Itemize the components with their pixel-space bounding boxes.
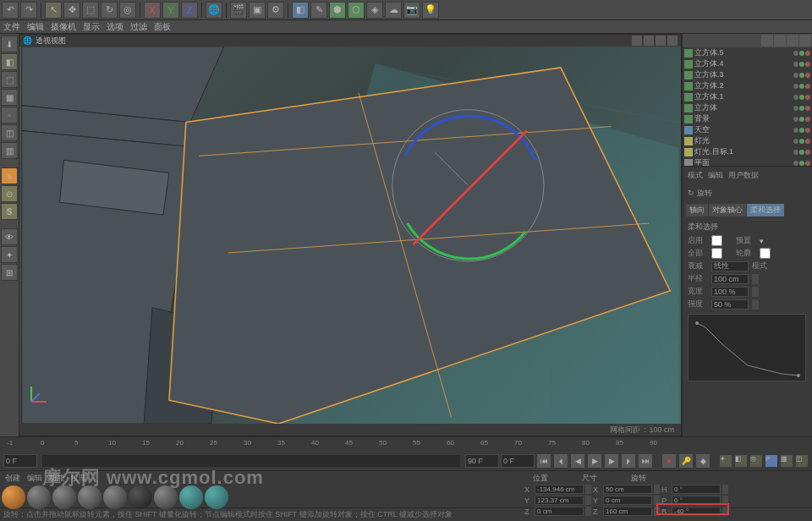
goto-start-button[interactable]: ⏮ [536,453,551,469]
rot-b-input[interactable] [672,507,721,516]
mat-tab-edit[interactable]: 编辑 [27,473,42,484]
move-tool[interactable]: ✥ [63,2,80,19]
workplane-button[interactable]: ▦ [1,89,18,106]
material-sphere[interactable] [78,485,102,509]
record-button[interactable]: ● [661,453,677,469]
menu-view[interactable]: 显示 [83,21,100,33]
object-hierarchy[interactable]: 立方体.5立方体.4立方体.3立方体.2立方体.1立方体背景天空灯光灯光.目标.… [683,47,812,166]
menu-panel[interactable]: 面板 [154,21,171,33]
material-sphere[interactable] [2,485,25,509]
hierarchy-item[interactable]: 立方体.1 [683,91,812,102]
hierarchy-item[interactable]: 立方体.4 [683,58,812,69]
opt-button[interactable]: ◎ [749,454,763,468]
width-input[interactable] [711,287,749,297]
time-ruler[interactable]: -1051015202530354045505560657075808590 [0,437,812,451]
time-slider[interactable] [42,455,460,467]
pos-x-input[interactable] [535,485,584,494]
panel-icon[interactable] [787,35,798,47]
material-sphere[interactable] [205,485,228,509]
frame-end-input[interactable] [465,454,499,468]
autokey-button[interactable]: 🔑 [678,453,694,469]
hierarchy-item[interactable]: 立方体.5 [683,47,812,58]
panel-icon[interactable] [799,35,811,47]
mat-tab-create[interactable]: 创建 [5,473,20,484]
light-button[interactable]: 💡 [422,2,439,19]
spinner-icon[interactable] [752,287,759,297]
prev-key-button[interactable]: ⏴ [553,453,568,469]
frame-current-input[interactable] [501,454,535,468]
spinner-icon[interactable] [654,507,660,516]
goto-end-button[interactable]: ⏭ [638,453,653,469]
axis-button[interactable]: ✦ [1,246,18,263]
opt-button[interactable]: ▦ [780,454,793,468]
hierarchy-item[interactable]: 立方体.2 [683,80,812,91]
primitive-button[interactable]: ◧ [292,2,309,19]
deformer-button[interactable]: ◈ [366,2,383,19]
subtab-axis[interactable]: 轴向 [686,204,708,217]
scale-tool[interactable]: ⬚ [82,2,99,19]
hierarchy-item[interactable]: 立方体.3 [683,69,812,80]
material-sphere[interactable] [179,485,203,509]
spinner-icon[interactable] [654,485,660,494]
y-axis-button[interactable]: Y [162,2,179,19]
texture-mode-button[interactable]: ⬚ [1,71,18,88]
strength-input[interactable] [711,299,749,310]
opt-button[interactable]: ◫ [795,454,809,468]
attrib-tab-mode[interactable]: 模式 [688,170,703,181]
undo-button[interactable]: ↶ [2,2,19,19]
camera-button[interactable]: 📷 [403,2,420,19]
environment-button[interactable]: ☁ [385,2,402,19]
edge-mode-button[interactable]: ◫ [1,124,18,141]
polygon-mode-button[interactable]: ▥ [1,142,18,159]
spinner-icon[interactable] [722,496,728,505]
all-checkbox[interactable] [711,248,722,259]
subtab-object-axis[interactable]: 对象轴心 [709,204,746,217]
snap-button[interactable]: ⊙ [1,185,18,202]
keyframe-button[interactable]: ◆ [695,453,710,469]
menu-camera[interactable]: 摄像机 [51,21,76,33]
mat-tab-function[interactable]: 功能 [49,473,64,484]
menu-file[interactable]: 文件 [3,21,20,33]
z-axis-button[interactable]: Z [181,2,198,19]
spinner-icon[interactable] [752,274,759,284]
next-key-button[interactable]: ⏵ [621,453,636,469]
pos-y-input[interactable] [535,496,584,505]
normals-button[interactable]: ⊞ [1,264,18,281]
model-mode-button[interactable]: ◧ [1,53,18,70]
viewport[interactable]: 🌐 透视视图 [19,34,682,436]
hierarchy-item[interactable]: 背景 [683,113,812,124]
size-x-input[interactable] [603,485,652,494]
falloff-select[interactable] [711,261,749,271]
spinner-icon[interactable] [585,507,591,516]
viewport-nav-icon[interactable] [656,36,666,46]
viewport-solo-button[interactable]: 👁 [1,228,18,245]
subtab-soft-select[interactable]: 柔和选择 [747,204,784,217]
material-sphere[interactable] [103,485,127,509]
render-settings-button[interactable]: ⚙ [267,2,284,19]
panel-icon[interactable] [774,35,786,47]
material-sphere[interactable] [154,485,178,509]
redo-button[interactable]: ↷ [20,2,37,19]
tweak-button[interactable]: 🖱 [1,167,18,184]
material-sphere[interactable] [129,485,152,509]
menu-filter[interactable]: 过滤 [130,21,147,33]
play-button[interactable]: ▶ [587,453,602,469]
panel-icon[interactable] [761,35,773,47]
select-tool[interactable]: ↖ [45,2,62,19]
viewport-canvas[interactable] [19,47,681,424]
next-frame-button[interactable]: ▶ [604,453,619,469]
last-tool[interactable]: ◎ [119,2,136,19]
spinner-icon[interactable] [654,496,660,505]
coord-system-button[interactable]: 🌐 [206,2,222,19]
render-region-button[interactable]: ▣ [249,2,266,19]
spinner-icon[interactable] [722,507,728,516]
spline-button[interactable]: ✎ [310,2,327,19]
menu-options[interactable]: 选项 [107,21,123,33]
menu-edit[interactable]: 编辑 [27,21,44,33]
falloff-graph[interactable] [688,314,806,381]
prev-frame-button[interactable]: ◀ [570,453,585,469]
edge-checkbox[interactable] [760,248,771,259]
opt-button[interactable]: ✦ [719,454,732,468]
opt-button[interactable]: ◧ [734,454,748,468]
enable-checkbox[interactable] [711,235,722,246]
